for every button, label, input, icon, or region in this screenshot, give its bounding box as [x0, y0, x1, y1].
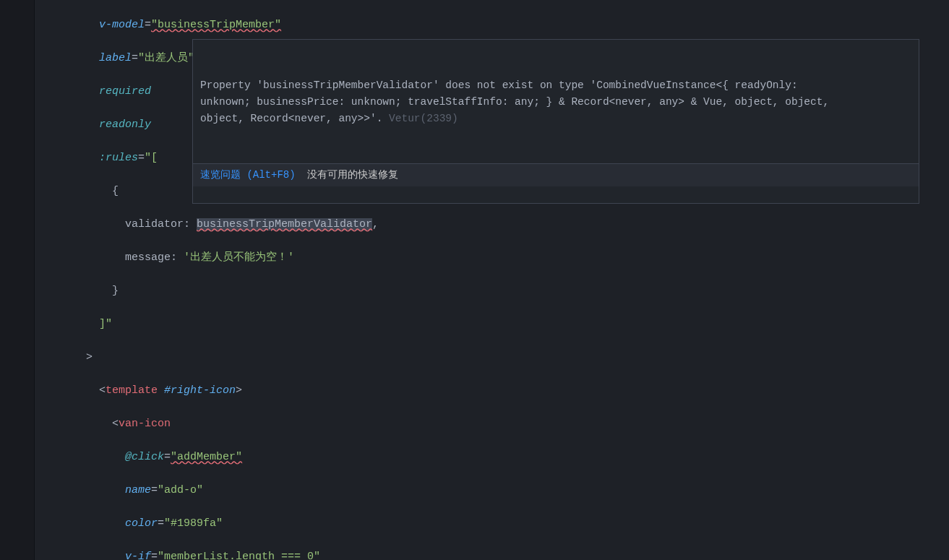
validator-value: businessTripMemberValidator [197, 218, 372, 231]
tag-van-icon: van-icon [119, 418, 171, 430]
attr-name: name [125, 484, 151, 496]
tooltip-message: Property 'businessTripMemberValidator' d… [193, 73, 919, 130]
tag-end: > [86, 351, 93, 363]
attr-vif: v-if [125, 551, 151, 560]
attr-required: required [99, 85, 151, 98]
tooltip-code: Vetur(2339) [389, 113, 458, 124]
val-color1: "#1989fa" [164, 517, 223, 530]
message-key: message [125, 251, 171, 264]
tooltip-line3: object, Record<never, any>>'. [200, 113, 382, 124]
peek-problem-link[interactable]: 速览问题 (Alt+F8) [200, 169, 296, 181]
no-quickfix-label: 没有可用的快速修复 [307, 169, 398, 181]
attr-click: @click [125, 451, 164, 463]
tooltip-actions: 速览问题 (Alt+F8)没有可用的快速修复 [193, 163, 919, 186]
slot-right-icon: #right-icon [164, 384, 236, 397]
message-value: '出差人员不能为空！' [184, 251, 294, 264]
rules-close: ]" [99, 318, 112, 330]
rules-open: "[ [145, 152, 158, 164]
brace-close: } [112, 285, 119, 297]
val-addo: "add-o" [158, 484, 203, 496]
attr-rules: :rules [99, 152, 138, 164]
tooltip-line1: Property 'businessTripMemberValidator' d… [200, 79, 798, 91]
val-addmember: "addMember" [171, 451, 242, 463]
attr-color: color [125, 517, 158, 530]
validator-key: validator [125, 218, 184, 231]
tag-template: template [106, 384, 158, 397]
tooltip-line2: unknown; businessPrice: unknown; travelS… [200, 96, 829, 108]
val-vmodel: "businessTripMember" [151, 19, 281, 31]
val-label: "出差人员" [138, 52, 194, 64]
attr-readonly: readonly [99, 119, 151, 131]
error-hover-tooltip: Property 'businessTripMemberValidator' d… [192, 39, 919, 204]
attr-vmodel: v-model [99, 19, 145, 31]
attr-label: label [99, 52, 132, 64]
brace-open: { [112, 185, 119, 197]
